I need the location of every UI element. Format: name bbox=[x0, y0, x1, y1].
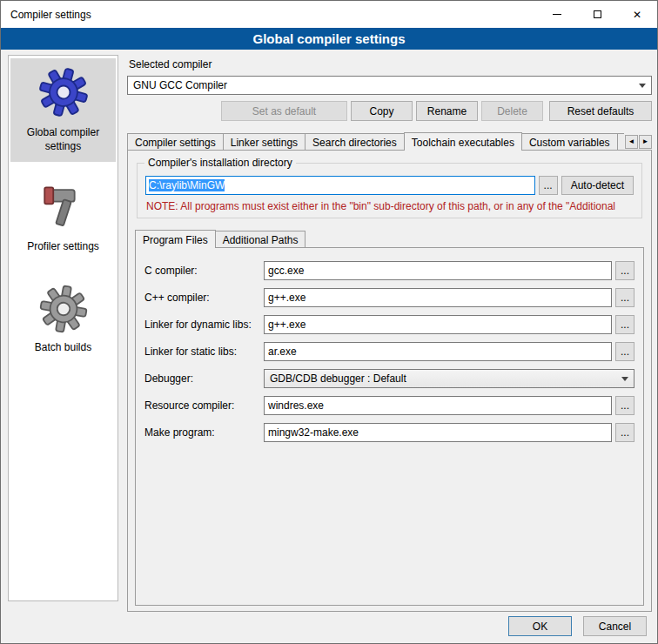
minimize-button[interactable] bbox=[537, 1, 577, 28]
sidebar-item-batch-builds[interactable]: Batch builds bbox=[10, 277, 116, 363]
dynamic-linker-input[interactable] bbox=[264, 315, 612, 334]
chevron-down-icon bbox=[616, 370, 634, 387]
global-compiler-gear-icon bbox=[37, 65, 90, 119]
program-files-panel: C compiler: ... C++ compiler: ... Linker… bbox=[135, 247, 644, 606]
field-label: Resource compiler: bbox=[144, 399, 264, 412]
field-label: Debugger: bbox=[144, 372, 264, 385]
window-title: Compiler settings bbox=[1, 9, 91, 21]
field-row-debugger: Debugger: GDB/CDB debugger : Default bbox=[144, 369, 634, 388]
reset-defaults-button[interactable]: Reset defaults bbox=[549, 101, 652, 121]
browse-button[interactable]: ... bbox=[615, 423, 634, 442]
page-title: Global compiler settings bbox=[1, 28, 657, 50]
toolchain-executables-panel: Compiler's installation directory C:\ray… bbox=[127, 150, 652, 612]
window-controls: ✕ bbox=[537, 1, 657, 28]
field-row-resource-compiler: Resource compiler: ... bbox=[144, 396, 634, 415]
tab-scroll-right-icon[interactable]: ► bbox=[639, 135, 652, 149]
selected-compiler-label: Selected compiler bbox=[129, 58, 652, 70]
selected-compiler-value: GNU GCC Compiler bbox=[133, 79, 227, 91]
tab-custom-variables[interactable]: Custom variables bbox=[521, 133, 618, 151]
debugger-value: GDB/CDB debugger : Default bbox=[270, 372, 406, 385]
sidebar-item-profiler-settings[interactable]: Profiler settings bbox=[10, 174, 116, 262]
install-dir-row: C:\raylib\MinGW ... Auto-detect bbox=[145, 176, 634, 195]
subtabs: Program Files Additional Paths bbox=[135, 229, 616, 248]
tab-linker-settings[interactable]: Linker settings bbox=[223, 133, 306, 151]
field-row-static-linker: Linker for static libs: ... bbox=[144, 342, 634, 361]
browse-button[interactable]: ... bbox=[615, 396, 634, 415]
compiler-actions: Set as default Copy Rename Delete Reset … bbox=[127, 101, 652, 121]
sidebar-item-global-compiler-settings[interactable]: Global compiler settings bbox=[10, 58, 116, 162]
tab-additional-paths[interactable]: Additional Paths bbox=[215, 231, 306, 248]
field-label: C compiler: bbox=[144, 265, 264, 277]
field-label: C++ compiler: bbox=[144, 292, 264, 304]
close-icon: ✕ bbox=[633, 10, 641, 20]
field-label: Linker for dynamic libs: bbox=[144, 319, 264, 331]
install-dir-group-label: Compiler's installation directory bbox=[144, 157, 296, 169]
debugger-select[interactable]: GDB/CDB debugger : Default bbox=[264, 369, 634, 388]
tab-toolchain-executables[interactable]: Toolchain executables bbox=[404, 132, 522, 151]
tab-build-options[interactable]: Build bbox=[617, 133, 624, 151]
field-row-c-compiler: C compiler: ... bbox=[144, 261, 634, 280]
cancel-button[interactable]: Cancel bbox=[583, 616, 647, 636]
browse-button[interactable]: ... bbox=[615, 342, 634, 361]
make-program-input[interactable] bbox=[264, 423, 612, 442]
rename-button[interactable]: Rename bbox=[416, 101, 478, 121]
sidebar-item-label: Global compiler settings bbox=[12, 125, 114, 153]
delete-button: Delete bbox=[481, 101, 543, 121]
titlebar: Compiler settings ✕ bbox=[1, 1, 657, 28]
maximize-button[interactable] bbox=[577, 1, 617, 28]
cpp-compiler-input[interactable] bbox=[264, 288, 612, 307]
dialog-footer: OK Cancel bbox=[508, 616, 647, 636]
tab-program-files[interactable]: Program Files bbox=[135, 230, 216, 248]
main-panel: Selected compiler GNU GCC Compiler Set a… bbox=[127, 55, 652, 612]
tab-scroll-left-icon[interactable]: ◄ bbox=[625, 135, 638, 149]
field-row-make-program: Make program: ... bbox=[144, 423, 634, 442]
minimize-icon bbox=[553, 14, 561, 15]
sidebar-item-label: Batch builds bbox=[35, 340, 91, 354]
sidebar-item-label: Profiler settings bbox=[27, 239, 99, 253]
c-compiler-input[interactable] bbox=[264, 261, 612, 280]
field-row-dynamic-linker: Linker for dynamic libs: ... bbox=[144, 315, 634, 334]
install-dir-browse-button[interactable]: ... bbox=[539, 176, 558, 195]
field-label: Make program: bbox=[144, 426, 264, 439]
profiler-tool-icon bbox=[38, 181, 89, 233]
auto-detect-button[interactable]: Auto-detect bbox=[561, 176, 634, 195]
maximize-icon bbox=[594, 10, 601, 18]
copy-button[interactable]: Copy bbox=[351, 101, 413, 121]
program-files-tabstrip: Program Files Additional Paths bbox=[135, 229, 644, 248]
settings-tabstrip: Compiler settings Linker settings Search… bbox=[127, 131, 652, 151]
static-linker-input[interactable] bbox=[264, 342, 612, 361]
chevron-down-icon bbox=[634, 77, 651, 94]
compiler-settings-window: Compiler settings ✕ Global compiler sett… bbox=[0, 0, 658, 644]
ok-button[interactable]: OK bbox=[508, 616, 572, 636]
selected-compiler-dropdown[interactable]: GNU GCC Compiler bbox=[127, 76, 652, 95]
install-dir-groupbox: Compiler's installation directory C:\ray… bbox=[137, 163, 642, 218]
field-row-cpp-compiler: C++ compiler: ... bbox=[144, 288, 634, 307]
tab-search-directories[interactable]: Search directories bbox=[305, 133, 405, 151]
browse-button[interactable]: ... bbox=[615, 315, 634, 334]
tab-scroll-buttons: ◄ ► bbox=[625, 135, 652, 149]
tab-compiler-settings[interactable]: Compiler settings bbox=[127, 133, 224, 151]
browse-button[interactable]: ... bbox=[615, 288, 634, 307]
tabs: Compiler settings Linker settings Search… bbox=[127, 131, 624, 151]
batch-builds-gear-icon bbox=[38, 284, 89, 334]
browse-button[interactable]: ... bbox=[615, 261, 634, 280]
install-dir-selected-text: C:\raylib\MinGW bbox=[149, 179, 225, 191]
settings-sidebar: Global compiler settings Profiler settin… bbox=[8, 55, 118, 601]
field-label: Linker for static libs: bbox=[144, 345, 264, 358]
set-as-default-button: Set as default bbox=[221, 101, 347, 121]
resource-compiler-input[interactable] bbox=[264, 396, 612, 415]
close-button[interactable]: ✕ bbox=[617, 1, 657, 28]
install-dir-note: NOTE: All programs must exist either in … bbox=[146, 200, 633, 212]
install-dir-input[interactable]: C:\raylib\MinGW bbox=[145, 176, 535, 195]
